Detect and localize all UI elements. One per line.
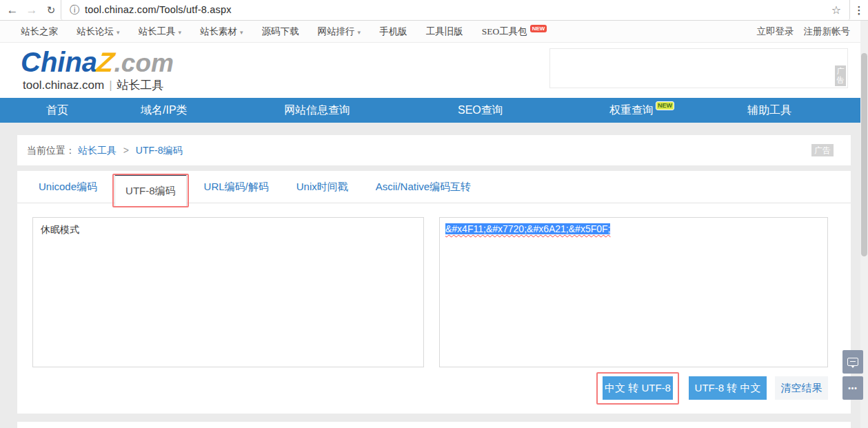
topnav-item-site-ranking[interactable]: 网站排行▾ bbox=[318, 26, 361, 38]
tab-url-encode[interactable]: URL编码/解码 bbox=[194, 181, 279, 194]
chinaz-logo[interactable]: ChinaZ.com bbox=[21, 45, 174, 80]
address-bar[interactable]: ⓘ tool.chinaz.com/Tools/utf-8.aspx ☆ bbox=[61, 0, 850, 20]
browser-window: ← → ↻ ⓘ tool.chinaz.com/Tools/utf-8.aspx… bbox=[0, 0, 868, 428]
chinese-input-textarea[interactable]: 休眠模式 bbox=[32, 217, 424, 367]
refresh-icon[interactable]: ↻ bbox=[43, 0, 59, 20]
next-section-strip bbox=[17, 422, 851, 428]
bookmark-star-icon[interactable]: ☆ bbox=[831, 0, 841, 20]
breadcrumb: 当前位置： 站长工具 > UTF-8编码 广告 bbox=[17, 135, 851, 165]
new-badge: NEW bbox=[656, 101, 674, 110]
breadcrumb-link-tools[interactable]: 站长工具 bbox=[78, 145, 117, 156]
convert-to-utf8-button[interactable]: 中文 转 UTF-8 bbox=[603, 376, 673, 400]
tab-utf8[interactable]: UTF-8编码 bbox=[114, 174, 187, 207]
topnav-item-tools[interactable]: 站长工具▾ bbox=[139, 26, 182, 38]
back-icon[interactable]: ← bbox=[4, 0, 21, 20]
chat-bubble-icon bbox=[847, 358, 858, 366]
topnav-items: 站长之家 站长论坛▾ 站长工具▾ 站长素材▾ 源码下载 网站排行▾ 手机版 工具… bbox=[21, 21, 547, 42]
tab-unicode[interactable]: Unicode编码 bbox=[28, 181, 108, 194]
register-link[interactable]: 注册新帐号 bbox=[804, 26, 851, 38]
account-links: 立即登录 注册新帐号 bbox=[757, 21, 851, 42]
breadcrumb-link-utf8[interactable]: UTF-8编码 bbox=[136, 145, 183, 156]
logo-subdomain: tool.chinaz.com bbox=[23, 79, 104, 92]
topnav-item-forum[interactable]: 站长论坛▾ bbox=[77, 26, 120, 38]
tool-tabs: Unicode编码 UTF-8编码 URL编码/解码 Unix时间戳 Ascii… bbox=[17, 171, 851, 203]
breadcrumb-separator: > bbox=[123, 145, 129, 156]
topnav-item-seo-toolkit[interactable]: SEO工具包NEW bbox=[482, 26, 547, 38]
ad-label-char: 告 bbox=[835, 76, 846, 85]
tool-panel: Unicode编码 UTF-8编码 URL编码/解码 Unix时间戳 Ascii… bbox=[17, 171, 851, 414]
ad-banner-placeholder: 广告 bbox=[549, 48, 848, 88]
main-nav: 首页 域名/IP类 网站信息查询 SEO查询 权重查询NEW 辅助工具 bbox=[0, 98, 868, 123]
input-text: 休眠模式 bbox=[41, 224, 79, 235]
clear-results-button[interactable]: 清空结果 bbox=[775, 376, 828, 400]
logo-text-com: .com bbox=[114, 49, 174, 77]
topnav-item-label: SEO工具包 bbox=[482, 26, 527, 37]
button-label: 清空结果 bbox=[781, 382, 822, 394]
topnav-item-source-download[interactable]: 源码下载 bbox=[262, 26, 299, 38]
logo-site-name: 站长工具 bbox=[117, 79, 164, 92]
logo-text-china: China bbox=[21, 47, 97, 77]
page-info-icon[interactable]: ⓘ bbox=[70, 0, 79, 20]
feedback-widget-button[interactable] bbox=[842, 350, 863, 374]
site-top-nav: 站长之家 站长论坛▾ 站长工具▾ 站长素材▾ 源码下载 网站排行▾ 手机版 工具… bbox=[0, 21, 868, 43]
topnav-item-label: 站长论坛 bbox=[77, 26, 114, 37]
subtitle-separator: | bbox=[109, 79, 112, 92]
browser-menu-icon[interactable]: ⋮ bbox=[851, 0, 867, 20]
nav-weight-query[interactable]: 权重查询NEW bbox=[609, 98, 674, 123]
convert-to-chinese-button[interactable]: UTF-8 转 中文 bbox=[689, 376, 767, 400]
button-label: 中文 转 UTF-8 bbox=[605, 382, 671, 394]
chevron-down-icon: ▾ bbox=[358, 29, 361, 36]
nav-domain-ip[interactable]: 域名/IP类 bbox=[141, 98, 188, 123]
output-text-selected: &#x4F11;&#x7720;&#x6A21;&#x5F0F; bbox=[445, 223, 610, 234]
nav-seo-query[interactable]: SEO查询 bbox=[458, 98, 503, 123]
tab-unix-timestamp[interactable]: Unix时间戳 bbox=[286, 181, 359, 194]
utf8-output-textarea[interactable]: &#x4F11;&#x7720;&#x6A21;&#x5F0F; bbox=[439, 217, 828, 367]
forward-icon[interactable]: → bbox=[23, 0, 40, 20]
topnav-item-mobile[interactable]: 手机版 bbox=[379, 26, 407, 38]
nav-home[interactable]: 首页 bbox=[46, 98, 68, 123]
ad-label: 广告 bbox=[811, 144, 834, 156]
chevron-down-icon: ▾ bbox=[179, 29, 182, 36]
scrollbar-thumb[interactable] bbox=[861, 53, 867, 256]
chevron-down-icon: ▾ bbox=[117, 29, 120, 36]
new-badge: NEW bbox=[530, 25, 547, 32]
button-label: UTF-8 转 中文 bbox=[695, 382, 761, 394]
ad-label: 广告 bbox=[835, 65, 846, 86]
nav-auxiliary-tools[interactable]: 辅助工具 bbox=[747, 98, 791, 123]
topnav-item-material[interactable]: 站长素材▾ bbox=[200, 26, 243, 38]
ad-label-char: 广 bbox=[835, 67, 846, 76]
nav-site-info-query[interactable]: 网站信息查询 bbox=[284, 98, 350, 123]
breadcrumb-prefix: 当前位置： bbox=[27, 145, 75, 156]
ellipsis-icon: ••• bbox=[848, 385, 858, 392]
topnav-item-label: 站长素材 bbox=[200, 26, 237, 37]
topnav-item-label: 站长工具 bbox=[139, 26, 176, 37]
chevron-down-icon: ▾ bbox=[240, 29, 243, 36]
login-link[interactable]: 立即登录 bbox=[757, 26, 794, 38]
more-widgets-button[interactable]: ••• bbox=[842, 376, 863, 400]
site-header: ChinaZ.com tool.chinaz.com|站长工具 广告 bbox=[0, 43, 868, 98]
logo-subtitle: tool.chinaz.com|站长工具 bbox=[23, 77, 164, 93]
url-text[interactable]: tool.chinaz.com/Tools/utf-8.aspx bbox=[85, 0, 232, 20]
breadcrumb-text: 当前位置： 站长工具 > UTF-8编码 bbox=[27, 135, 183, 165]
tab-ascii-native[interactable]: Ascii/Native编码互转 bbox=[365, 181, 481, 194]
topnav-item-chinaz-home[interactable]: 站长之家 bbox=[21, 26, 58, 38]
topnav-item-label: 网站排行 bbox=[318, 26, 355, 37]
logo-text-z: Z bbox=[95, 45, 117, 79]
topnav-item-old-tools[interactable]: 工具旧版 bbox=[426, 26, 463, 38]
browser-chrome: ← → ↻ ⓘ tool.chinaz.com/Tools/utf-8.aspx… bbox=[0, 0, 868, 21]
tab-label: UTF-8编码 bbox=[125, 185, 176, 198]
nav-item-label: 权重查询 bbox=[609, 104, 654, 116]
